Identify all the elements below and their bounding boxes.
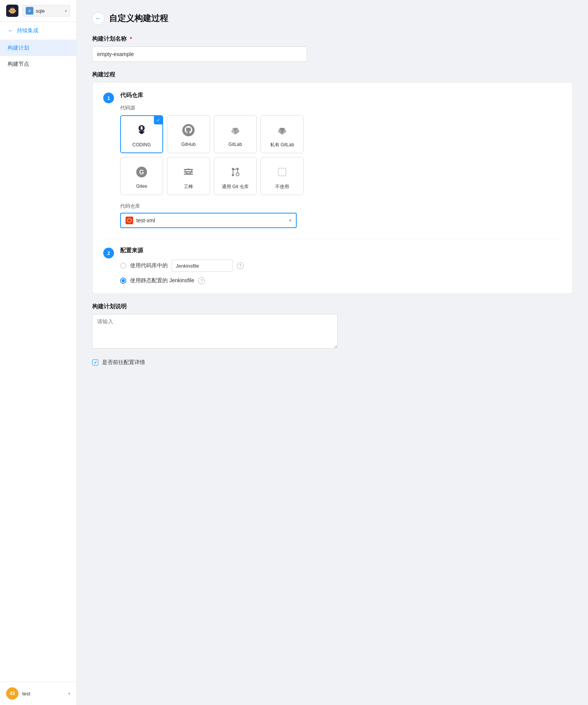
repo-select-name: test-xml xyxy=(136,217,286,223)
source-github-label: GitHub xyxy=(181,142,195,147)
gitlab-icon xyxy=(227,122,244,139)
project-icon: ≡ xyxy=(26,7,33,15)
page-header: ← 自定义构建过程 xyxy=(92,12,573,25)
source-private-gitlab-label: 私有 GitLab xyxy=(270,142,294,148)
radio-option2[interactable] xyxy=(120,278,126,284)
step-divider xyxy=(103,239,562,239)
svg-point-13 xyxy=(232,174,234,176)
config-options: 使用代码库中的 ? 使用静态配置的 Jenkinsfile ? xyxy=(120,260,562,284)
config-option1-text: 使用代码库中的 xyxy=(130,262,168,269)
svg-point-14 xyxy=(236,173,239,176)
project-dropdown-arrow: ▾ xyxy=(65,9,67,13)
page-back-arrow-icon: ← xyxy=(95,15,101,22)
avatar: 43 xyxy=(6,687,18,700)
sidebar-back-label: 持续集成 xyxy=(17,27,38,34)
source-coding[interactable]: ✓ CODING xyxy=(120,115,163,153)
sidebar-item-build-node[interactable]: 构建节点 xyxy=(0,56,76,72)
coding-checkmark: ✓ xyxy=(154,116,162,124)
svg-point-3 xyxy=(142,127,144,129)
svg-point-12 xyxy=(236,168,239,170)
step2-content: 配置来源 使用代码库中的 ? 使用静态配置的 Jenkinsf xyxy=(120,247,562,284)
help-icon2[interactable]: ? xyxy=(198,277,205,284)
sidebar-nav: 构建计划 构建节点 xyxy=(0,40,76,682)
back-arrow-icon: ← xyxy=(8,27,14,34)
step1-content: 代码仓库 代码源 ✓ xyxy=(120,92,562,228)
checkbox-label: 是否前往配置详情 xyxy=(102,359,145,366)
radio-option1[interactable] xyxy=(120,263,126,269)
plan-name-input[interactable] xyxy=(92,46,307,62)
user-dropdown-arrow: ▾ xyxy=(68,692,70,696)
step2-badge: 2 xyxy=(103,248,114,258)
source-gonefeng-label: 工蜂 xyxy=(184,184,193,190)
sidebar-footer-user[interactable]: 43 test ▾ xyxy=(0,682,76,705)
project-name: sqle xyxy=(36,8,63,14)
process-card: 1 代码仓库 代码源 ✓ xyxy=(92,82,573,294)
source-private-gitlab[interactable]: 私有 GitLab xyxy=(261,115,304,153)
source-gonefeng[interactable]: 工蜂 xyxy=(167,157,210,195)
source-coding-label: CODING xyxy=(132,142,151,147)
page-title: 自定义构建过程 xyxy=(109,13,168,24)
source-gitee[interactable]: G Gitee xyxy=(120,157,163,195)
project-selector[interactable]: ≡ sqle ▾ xyxy=(22,5,70,17)
jenkinsfile-input[interactable] xyxy=(172,260,233,272)
checkbox-checkmark: ✓ xyxy=(94,360,97,365)
repo-select[interactable]: test-xml ▾ xyxy=(120,213,297,228)
desc-section: 构建计划说明 xyxy=(92,303,573,350)
main-content: ← 自定义构建过程 构建计划名称 * 构建过程 1 代码仓库 代码源 ✓ xyxy=(77,0,588,705)
private-gitlab-icon xyxy=(274,122,291,139)
repo-label: 代码仓库 xyxy=(120,203,562,210)
no-use-icon xyxy=(274,164,291,180)
source-gitlab-label: GitLab xyxy=(228,142,242,147)
step1-section: 1 代码仓库 代码源 ✓ xyxy=(103,92,562,228)
step2-title: 配置来源 xyxy=(120,247,562,254)
svg-text:G: G xyxy=(139,169,144,175)
config-option1: 使用代码库中的 ? xyxy=(120,260,562,272)
gitee-icon: G xyxy=(133,164,150,180)
step1-badge: 1 xyxy=(103,93,114,103)
coding-icon xyxy=(133,122,150,139)
config-option2: 使用静态配置的 Jenkinsfile ? xyxy=(120,277,562,284)
page-back-button[interactable]: ← xyxy=(92,12,104,25)
generic-git-icon xyxy=(227,164,244,180)
svg-point-2 xyxy=(140,127,141,129)
user-name: test xyxy=(22,691,64,697)
source-no-use-label: 不使用 xyxy=(275,184,289,190)
sidebar-header: 🐵 ≡ sqle ▾ xyxy=(0,0,76,22)
source-label: 代码源 xyxy=(120,104,562,111)
sidebar-item-build-plan[interactable]: 构建计划 xyxy=(0,40,76,56)
goto-config-checkbox[interactable]: ✓ xyxy=(92,359,98,366)
desc-textarea[interactable] xyxy=(92,314,338,349)
repo-dropdown-arrow: ▾ xyxy=(289,218,291,223)
source-gitee-label: Gitee xyxy=(136,184,147,189)
sidebar: 🐵 ≡ sqle ▾ ← 持续集成 构建计划 构建节点 43 test ▾ xyxy=(0,0,77,705)
svg-rect-15 xyxy=(278,168,286,176)
sidebar-back-link[interactable]: ← 持续集成 xyxy=(0,22,76,40)
source-generic-git-label: 通用 Git 仓库 xyxy=(222,184,249,190)
desc-label: 构建计划说明 xyxy=(92,303,573,310)
repo-select-icon xyxy=(126,217,133,224)
process-section-title: 构建过程 xyxy=(92,71,573,78)
source-no-use[interactable]: 不使用 xyxy=(261,157,304,195)
config-option2-text: 使用静态配置的 Jenkinsfile xyxy=(130,277,194,284)
source-github[interactable]: GitHub xyxy=(167,115,210,153)
plan-name-section: 构建计划名称 * xyxy=(92,35,573,71)
source-generic-git[interactable]: 通用 Git 仓库 xyxy=(214,157,257,195)
gonefeng-icon xyxy=(180,164,197,180)
step2-section: 2 配置来源 使用代码库中的 ? xyxy=(103,247,562,284)
required-indicator: * xyxy=(130,35,132,42)
source-grid: ✓ CODING xyxy=(120,115,562,195)
svg-point-4 xyxy=(182,124,195,136)
step1-title: 代码仓库 xyxy=(120,92,562,99)
help-icon1[interactable]: ? xyxy=(237,262,244,269)
app-logo: 🐵 xyxy=(6,5,18,17)
plan-name-label: 构建计划名称 * xyxy=(92,35,573,43)
github-icon xyxy=(180,122,197,139)
checkbox-row: ✓ 是否前往配置详情 xyxy=(92,359,573,366)
source-gitlab[interactable]: GitLab xyxy=(214,115,257,153)
